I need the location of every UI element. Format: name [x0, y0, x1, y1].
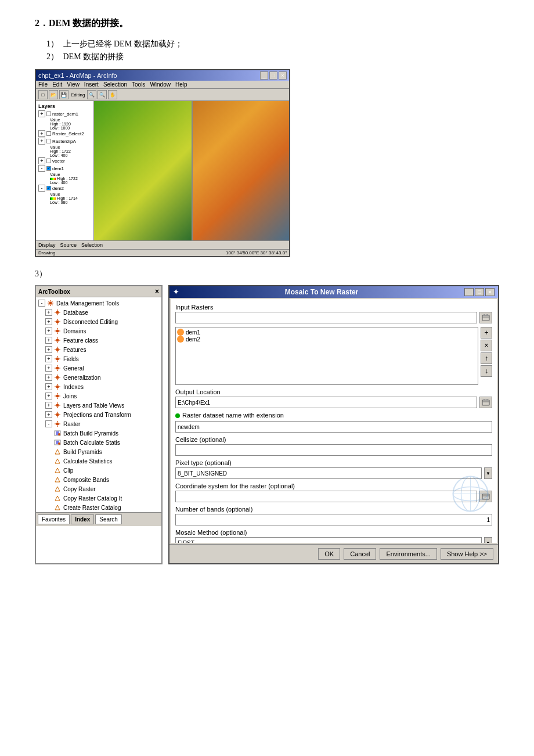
- toolbar-zoom-out[interactable]: 🔍: [98, 90, 107, 99]
- tree-item-batch-calc[interactable]: Batch Calculate Statis: [37, 438, 160, 447]
- tree-item-projections[interactable]: + Projections and Transform: [37, 410, 160, 419]
- mosaic-method-field[interactable]: [175, 537, 482, 543]
- expand-generalization[interactable]: +: [45, 374, 52, 381]
- tree-item-layers-table[interactable]: + Layers and Table Views: [37, 401, 160, 410]
- output-location-browse[interactable]: [479, 397, 492, 408]
- expand-data-management[interactable]: -: [38, 300, 45, 307]
- output-location-field[interactable]: [175, 397, 477, 408]
- coord-system-field[interactable]: [175, 491, 477, 502]
- tree-item-joins[interactable]: + Joins: [37, 391, 160, 401]
- menu-tools[interactable]: Tools: [132, 81, 145, 88]
- menu-selection[interactable]: Selection: [103, 81, 127, 88]
- raster-list-item-dem1: dem1: [177, 329, 477, 336]
- dataset-name-field[interactable]: [175, 421, 492, 433]
- tree-item-create-catalog[interactable]: Create Raster Catalog: [37, 503, 160, 512]
- label-fields: Fields: [63, 356, 79, 362]
- mosaic-minimize-btn[interactable]: _: [464, 288, 474, 296]
- pixel-type-field[interactable]: [175, 467, 482, 479]
- move-down-raster-button[interactable]: ↓: [481, 365, 492, 377]
- expand-dem2[interactable]: -: [38, 185, 45, 192]
- expand-rasterclip[interactable]: +: [38, 138, 45, 145]
- tree-item-generalization[interactable]: + Generalization: [37, 373, 160, 382]
- tree-item-build-pyramids[interactable]: Build Pyramids: [37, 447, 160, 456]
- tab-selection[interactable]: Selection: [81, 242, 103, 248]
- mosaic-close-btn[interactable]: ×: [485, 288, 495, 296]
- environments-button[interactable]: Environments...: [380, 548, 436, 560]
- tab-favorites[interactable]: Favorites: [38, 514, 70, 524]
- tree-item-feature-class[interactable]: + Feature class: [37, 336, 160, 345]
- remove-raster-button[interactable]: ×: [481, 340, 492, 351]
- tree-item-features[interactable]: + Features: [37, 345, 160, 354]
- menu-window[interactable]: Window: [150, 81, 171, 88]
- menu-file[interactable]: File: [38, 81, 48, 88]
- expand-projections[interactable]: +: [45, 411, 52, 418]
- add-raster-button[interactable]: +: [481, 327, 492, 339]
- expand-disconnected[interactable]: +: [45, 318, 52, 325]
- checkbox-rasterclip[interactable]: [46, 139, 51, 143]
- num-bands-field[interactable]: [175, 514, 492, 525]
- tab-index[interactable]: Index: [71, 514, 94, 524]
- expand-raster-dem1[interactable]: +: [38, 110, 45, 117]
- toolbox-close-button[interactable]: ×: [155, 287, 159, 296]
- tree-item-disconnected[interactable]: + Disconnected Editing: [37, 317, 160, 326]
- menu-edit[interactable]: Edit: [52, 81, 62, 88]
- tree-item-clip[interactable]: Clip: [37, 466, 160, 475]
- ok-button[interactable]: OK: [318, 548, 340, 560]
- toolbar-new[interactable]: □: [38, 90, 48, 99]
- expand-feature-class[interactable]: +: [45, 337, 52, 344]
- mosaic-maximize-btn[interactable]: □: [475, 288, 484, 296]
- dem2-raster-icon: [177, 336, 184, 343]
- checkbox-vector[interactable]: [46, 159, 51, 163]
- expand-layers-table[interactable]: +: [45, 402, 52, 409]
- tree-item-batch-build[interactable]: Batch Build Pyramids: [37, 429, 160, 438]
- expand-vector[interactable]: +: [38, 157, 45, 164]
- expand-features[interactable]: +: [45, 346, 52, 353]
- tree-item-fields[interactable]: + Fields: [37, 354, 160, 363]
- expand-general[interactable]: +: [45, 365, 52, 372]
- expand-raster[interactable]: -: [45, 420, 52, 427]
- toolbar-open[interactable]: 📂: [49, 90, 58, 99]
- cellsize-field[interactable]: [175, 444, 492, 456]
- tab-search[interactable]: Search: [95, 514, 122, 524]
- input-rasters-browse[interactable]: [479, 312, 492, 323]
- mosaic-method-dropdown-button[interactable]: ▼: [484, 537, 492, 543]
- tree-item-composite[interactable]: Composite Bands: [37, 475, 160, 484]
- checkbox-raster-select2[interactable]: [46, 131, 51, 136]
- tree-item-raster[interactable]: - Raster: [37, 419, 160, 429]
- checkbox-raster-dem1[interactable]: [46, 111, 51, 116]
- menu-view[interactable]: View: [67, 81, 80, 88]
- maximize-button[interactable]: □: [269, 71, 277, 80]
- tree-item-indexes[interactable]: + Indexes: [37, 382, 160, 391]
- raster-list-item-dem2: dem2: [177, 336, 477, 343]
- menu-insert[interactable]: Insert: [84, 81, 99, 88]
- checkbox-dem1[interactable]: ✓: [46, 166, 51, 171]
- minimize-button[interactable]: _: [260, 71, 268, 80]
- tree-item-domains[interactable]: + Domains: [37, 326, 160, 336]
- tree-item-copy-catalog-item[interactable]: Copy Raster Catalog It: [37, 494, 160, 503]
- toolbar-save[interactable]: 💾: [59, 90, 68, 99]
- tree-item-database[interactable]: + Database: [37, 308, 160, 317]
- tree-item-general[interactable]: + General: [37, 363, 160, 373]
- tree-item-calc-stats[interactable]: Calculate Statistics: [37, 456, 160, 466]
- expand-raster-select2[interactable]: +: [38, 130, 45, 137]
- expand-dem1[interactable]: -: [38, 165, 45, 172]
- input-rasters-field[interactable]: [175, 312, 477, 323]
- tree-item-copy-raster[interactable]: Copy Raster: [37, 484, 160, 494]
- expand-indexes[interactable]: +: [45, 383, 52, 390]
- close-button[interactable]: ×: [279, 71, 287, 80]
- tab-display[interactable]: Display: [38, 242, 56, 248]
- menu-help[interactable]: Help: [175, 81, 187, 88]
- cancel-button[interactable]: Cancel: [344, 548, 376, 560]
- toolbar-zoom-in[interactable]: 🔍: [87, 90, 96, 99]
- expand-fields[interactable]: +: [45, 355, 52, 362]
- raster-list-box: dem1 dem2: [175, 327, 478, 385]
- expand-joins[interactable]: +: [45, 393, 52, 399]
- show-help-button[interactable]: Show Help >>: [441, 548, 493, 560]
- tree-item-data-management[interactable]: - Data Management Tools: [37, 298, 160, 308]
- move-up-raster-button[interactable]: ↑: [481, 352, 492, 364]
- tab-source[interactable]: Source: [60, 242, 77, 248]
- expand-domains[interactable]: +: [45, 327, 52, 334]
- toolbar-pan[interactable]: ✋: [108, 90, 117, 99]
- checkbox-dem2[interactable]: ✓: [46, 186, 51, 190]
- expand-database[interactable]: +: [45, 309, 52, 316]
